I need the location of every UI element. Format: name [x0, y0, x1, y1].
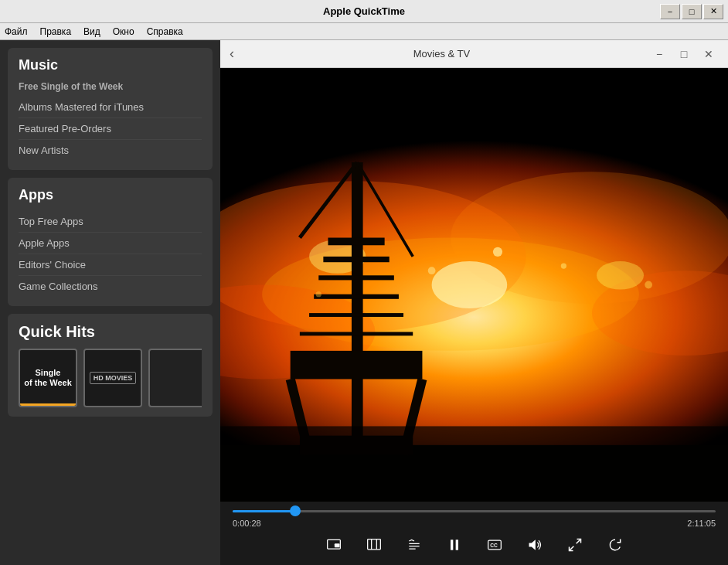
editors-choice-link[interactable]: Editors' Choice — [19, 254, 202, 276]
svg-text:CC: CC — [490, 543, 498, 548]
music-title: Music — [19, 57, 202, 73]
menu-edit[interactable]: Правка — [40, 26, 72, 37]
total-time: 2:11:05 — [687, 519, 716, 528]
video-panel: ‹ Movies & TV − □ ✕ — [220, 40, 728, 565]
svg-rect-11 — [328, 238, 384, 246]
window-controls: − □ ✕ — [660, 4, 723, 19]
window-title: Apple QuickTime — [323, 5, 405, 17]
fullscreen-icon — [567, 537, 583, 553]
minimize-button[interactable]: − — [660, 4, 680, 19]
svg-rect-42 — [455, 539, 458, 550]
svg-rect-16 — [300, 332, 413, 335]
svg-point-9 — [597, 261, 644, 290]
svg-point-31 — [493, 247, 502, 257]
top-free-apps-link[interactable]: Top Free Apps — [19, 211, 202, 233]
controls-row: CC — [233, 533, 716, 557]
window-title-bar: Apple QuickTime − □ ✕ — [0, 0, 728, 23]
replay-icon — [607, 537, 623, 553]
progress-thumb[interactable] — [290, 505, 301, 516]
svg-rect-30 — [220, 426, 728, 502]
restore-button[interactable]: □ — [682, 4, 702, 19]
fullscreen-button[interactable] — [563, 533, 587, 557]
video-window-controls: − □ ✕ — [649, 47, 719, 61]
svg-marker-45 — [529, 539, 535, 550]
svg-rect-29 — [220, 68, 728, 129]
apps-title: Apps — [19, 187, 202, 203]
svg-point-32 — [428, 267, 436, 274]
close-button[interactable]: ✕ — [703, 4, 723, 19]
game-collections-link[interactable]: Game Collections — [19, 276, 202, 297]
video-minimize-button[interactable]: − — [649, 47, 669, 61]
svg-rect-37 — [334, 543, 339, 547]
progress-bar-container[interactable] — [233, 508, 716, 514]
cc-icon: CC — [487, 537, 502, 553]
svg-line-46 — [576, 539, 580, 544]
free-single-subtitle[interactable]: Free Single of the Week — [19, 81, 202, 92]
cc-button[interactable]: CC — [482, 533, 507, 557]
video-titlebar: ‹ Movies & TV − □ ✕ — [220, 40, 728, 68]
progress-track[interactable] — [233, 510, 716, 512]
progress-filled — [233, 510, 295, 512]
quick-hits-section: Quick Hits Single of the Week HD MOVIES — [8, 314, 213, 417]
svg-line-47 — [569, 546, 573, 551]
svg-rect-14 — [314, 294, 399, 299]
svg-rect-13 — [318, 275, 394, 280]
pip-icon — [326, 537, 342, 553]
new-artists-link[interactable]: New Artists — [19, 140, 202, 161]
subtitles-icon — [407, 537, 422, 553]
volume-button[interactable] — [522, 533, 547, 557]
single-of-week-card[interactable]: Single of the Week — [19, 349, 77, 407]
pip-button[interactable] — [321, 533, 346, 557]
pause-icon — [447, 537, 462, 553]
menu-file[interactable]: Файл — [5, 26, 28, 37]
svg-rect-12 — [323, 257, 389, 262]
menu-bar: Файл Правка Вид Окно Справка — [0, 23, 728, 40]
video-close-button[interactable]: ✕ — [699, 47, 719, 61]
menu-window[interactable]: Окно — [113, 26, 134, 37]
apple-apps-link[interactable]: Apple Apps — [19, 233, 202, 254]
main-container: Music Free Single of the Week Albums Mas… — [0, 40, 728, 565]
svg-rect-10 — [352, 162, 363, 445]
music-section: Music Free Single of the Week Albums Mas… — [8, 48, 213, 170]
menu-view[interactable]: Вид — [83, 26, 100, 37]
svg-point-7 — [432, 261, 508, 308]
current-time: 0:00:28 — [233, 519, 261, 528]
svg-rect-38 — [367, 539, 380, 550]
sidebar: Music Free Single of the Week Albums Mas… — [0, 40, 220, 565]
replay-button[interactable] — [603, 533, 628, 557]
svg-rect-15 — [309, 313, 403, 317]
quick-hits-items: Single of the Week HD MOVIES — [19, 349, 202, 407]
hd-movies-text: HD MOVIES — [90, 372, 137, 384]
svg-point-35 — [645, 281, 652, 289]
quick-hits-title: Quick Hits — [19, 323, 202, 341]
pause-button[interactable] — [442, 533, 467, 557]
volume-icon — [527, 537, 543, 553]
svg-rect-17 — [291, 351, 423, 380]
time-row: 0:00:28 2:11:05 — [233, 519, 716, 528]
back-button[interactable]: ‹ — [230, 46, 234, 62]
apps-section: Apps Top Free Apps Apple Apps Editors' C… — [8, 178, 213, 306]
single-week-text: Single of the Week — [24, 368, 72, 388]
svg-point-34 — [316, 291, 321, 297]
video-content — [220, 68, 728, 502]
video-window-title: Movies & TV — [242, 48, 641, 60]
chapters-icon — [366, 537, 382, 553]
svg-point-33 — [561, 263, 566, 268]
subtitles-button[interactable] — [402, 533, 427, 557]
hd-movies-card[interactable]: HD MOVIES — [83, 349, 142, 407]
menu-help[interactable]: Справка — [147, 26, 183, 37]
video-frame — [220, 68, 728, 502]
controls-bar: 0:00:28 2:11:05 — [220, 502, 728, 565]
next-card[interactable] — [148, 349, 202, 407]
albums-link[interactable]: Albums Mastered for iTunes — [19, 97, 202, 118]
video-image — [220, 68, 728, 502]
svg-rect-41 — [451, 539, 453, 550]
video-restore-button[interactable]: □ — [674, 47, 694, 61]
single-week-bar — [20, 403, 76, 406]
chapters-button[interactable] — [362, 533, 386, 557]
pre-orders-link[interactable]: Featured Pre-Orders — [19, 118, 202, 140]
